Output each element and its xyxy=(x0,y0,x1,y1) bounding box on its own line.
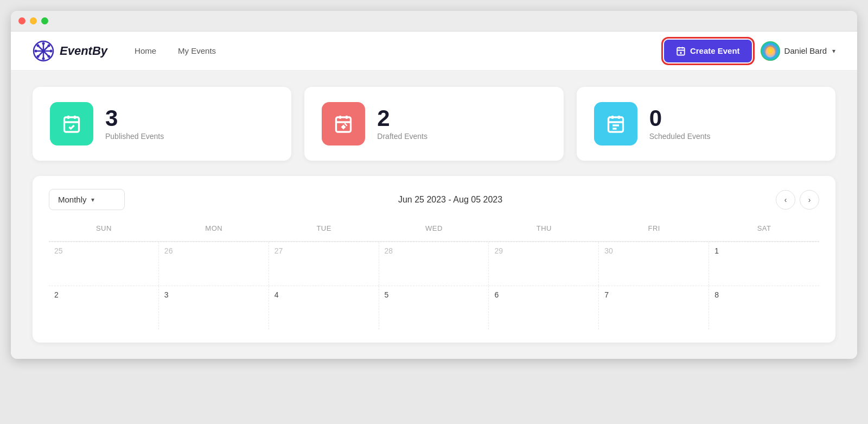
svg-point-8 xyxy=(50,49,53,52)
user-area[interactable]: Daniel Bard ▾ xyxy=(761,41,835,61)
view-selector-dropdown[interactable]: Monthly ▾ xyxy=(49,189,125,210)
calendar-cell[interactable]: 28 xyxy=(379,242,489,286)
stat-number-scheduled: 0 xyxy=(649,107,711,130)
stat-number-published: 3 xyxy=(105,107,164,130)
calendar-week-1: 25 26 27 28 29 30 1 xyxy=(49,242,819,286)
svg-point-5 xyxy=(42,42,45,45)
day-sun: SUN xyxy=(49,221,159,236)
stat-card-scheduled: 0 Scheduled Events xyxy=(577,87,835,161)
edit-calendar-icon xyxy=(334,114,353,134)
calendar-cell[interactable]: 4 xyxy=(269,286,379,330)
stat-info-drafted: 2 Drafted Events xyxy=(377,107,427,141)
calendar-cell[interactable]: 26 xyxy=(159,242,269,286)
chevron-down-icon: ▾ xyxy=(832,47,835,55)
calendar-cell[interactable]: 6 xyxy=(489,286,599,330)
stat-label-scheduled: Scheduled Events xyxy=(649,132,711,141)
svg-point-12 xyxy=(37,55,40,58)
calendar-cell[interactable]: 25 xyxy=(49,242,159,286)
nav-link-my-events[interactable]: My Events xyxy=(178,46,216,55)
day-wed: WED xyxy=(379,221,489,236)
traffic-lights xyxy=(18,17,48,24)
stat-icon-box-published xyxy=(50,102,93,145)
stat-card-drafted: 2 Drafted Events xyxy=(304,87,563,161)
calendar-cell[interactable]: 7 xyxy=(599,286,709,330)
check-calendar-icon xyxy=(62,114,81,134)
cal-schedule-icon xyxy=(606,114,626,134)
logo-icon xyxy=(33,40,54,62)
chevron-down-icon: ▾ xyxy=(91,196,94,204)
calendar-grid: SUN MON TUE WED THU FRI SAT 25 26 27 28 xyxy=(49,221,819,330)
calendar-days-header: SUN MON TUE WED THU FRI SAT xyxy=(49,221,819,242)
stat-label-drafted: Drafted Events xyxy=(377,132,427,141)
app-window: EventBy Home My Events Create Event xyxy=(11,11,857,359)
svg-point-10 xyxy=(48,55,50,58)
minimize-button[interactable] xyxy=(30,17,37,24)
day-tue: TUE xyxy=(269,221,379,236)
main-content: 3 Published Events 2 xyxy=(11,71,857,359)
logo-area: EventBy xyxy=(33,40,107,62)
calendar-week-2: 2 3 4 5 6 7 8 xyxy=(49,286,819,330)
calendar-cell[interactable]: 8 xyxy=(709,286,819,330)
navbar-right: Create Event xyxy=(664,40,835,62)
calendar-plus-icon xyxy=(676,46,686,56)
calendar-cell[interactable]: 29 xyxy=(489,242,599,286)
stat-icon-box-drafted xyxy=(322,102,365,145)
stat-info-scheduled: 0 Scheduled Events xyxy=(649,107,711,141)
calendar-cell[interactable]: 2 xyxy=(49,286,159,330)
svg-point-21 xyxy=(768,47,773,54)
nav-links: Home My Events xyxy=(135,46,664,55)
stat-icon-box-scheduled xyxy=(594,102,637,145)
nav-link-home[interactable]: Home xyxy=(135,46,156,55)
view-selector-label: Monthly xyxy=(58,195,87,204)
date-range-label: Jun 25 2023 - Aug 05 2023 xyxy=(125,195,776,205)
logo-text: EventBy xyxy=(60,44,107,58)
calendar-header: Monthly ▾ Jun 25 2023 - Aug 05 2023 ‹ › xyxy=(49,189,819,210)
title-bar xyxy=(11,11,857,31)
next-month-button[interactable]: › xyxy=(800,190,819,210)
svg-point-7 xyxy=(35,49,37,52)
day-thu: THU xyxy=(489,221,599,236)
day-mon: MON xyxy=(159,221,269,236)
stat-label-published: Published Events xyxy=(105,132,164,141)
day-sat: SAT xyxy=(709,221,819,236)
maximize-button[interactable] xyxy=(41,17,48,24)
calendar-cell[interactable]: 27 xyxy=(269,242,379,286)
stat-number-drafted: 2 xyxy=(377,107,427,130)
navbar: EventBy Home My Events Create Event xyxy=(11,31,857,71)
calendar-nav-arrows: ‹ › xyxy=(776,190,819,210)
prev-month-button[interactable]: ‹ xyxy=(776,190,795,210)
svg-rect-13 xyxy=(677,48,685,55)
close-button[interactable] xyxy=(18,17,25,24)
calendar-weeks: 25 26 27 28 29 30 1 2 3 4 5 6 xyxy=(49,242,819,330)
calendar-section: Monthly ▾ Jun 25 2023 - Aug 05 2023 ‹ › … xyxy=(33,176,835,343)
stat-info-published: 3 Published Events xyxy=(105,107,164,141)
calendar-cell[interactable]: 1 xyxy=(709,242,819,286)
svg-point-11 xyxy=(48,44,50,47)
day-fri: FRI xyxy=(599,221,709,236)
svg-point-6 xyxy=(42,57,45,60)
svg-line-30 xyxy=(345,123,348,126)
stat-card-published: 3 Published Events xyxy=(33,87,291,161)
calendar-cell[interactable]: 5 xyxy=(379,286,489,330)
create-event-button[interactable]: Create Event xyxy=(664,40,752,62)
avatar xyxy=(761,41,780,61)
user-name: Daniel Bard xyxy=(784,46,827,55)
svg-point-9 xyxy=(37,44,40,47)
calendar-cell[interactable]: 3 xyxy=(159,286,269,330)
svg-rect-22 xyxy=(65,117,79,132)
calendar-cell[interactable]: 30 xyxy=(599,242,709,286)
stats-row: 3 Published Events 2 xyxy=(33,87,835,161)
